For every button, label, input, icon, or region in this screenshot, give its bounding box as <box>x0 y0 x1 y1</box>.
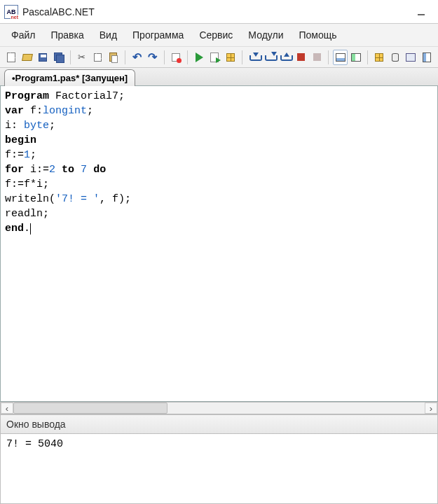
run-button[interactable] <box>192 50 206 65</box>
code-string: '7! = ' <box>55 193 100 205</box>
code-keyword: do <box>93 164 106 176</box>
form-designer-button[interactable] <box>404 50 418 65</box>
scroll-left-button[interactable]: ‹ <box>1 402 13 414</box>
layout-icon <box>423 52 431 62</box>
code-keyword: begin <box>5 134 36 146</box>
toolbox-icon <box>375 53 383 62</box>
window-layout-button[interactable] <box>420 50 434 65</box>
redo-icon: ↷ <box>148 52 157 63</box>
database-button[interactable] <box>388 50 402 65</box>
compile-button[interactable] <box>224 50 238 65</box>
undo-button[interactable]: ↶ <box>130 50 144 65</box>
toolbar-separator <box>125 50 125 64</box>
paste-icon <box>109 52 117 62</box>
output-panel-title: Окно вывода <box>0 414 438 434</box>
stop-button[interactable] <box>294 50 308 65</box>
step-over-button[interactable] <box>263 50 277 65</box>
run-file-icon <box>210 52 220 62</box>
code-text: . <box>24 223 30 234</box>
new-file-icon <box>7 52 15 62</box>
code-keyword: end <box>5 223 24 234</box>
code-text: , f); <box>100 193 131 205</box>
code-text: i: <box>5 120 24 132</box>
step-out-icon <box>280 52 290 62</box>
paste-button[interactable] <box>107 50 121 65</box>
menu-service[interactable]: Сервис <box>192 27 240 43</box>
code-text: readln; <box>5 208 49 220</box>
open-file-button[interactable] <box>20 50 34 65</box>
code-keyword: Program <box>5 90 49 102</box>
open-folder-icon <box>22 54 33 61</box>
scroll-right-button[interactable]: › <box>425 402 437 414</box>
editor-hscrollbar[interactable]: ‹ › <box>0 402 438 414</box>
editor-tabs: •Program1.pas* [Запущен] <box>0 68 438 86</box>
menu-view[interactable]: Вид <box>93 27 124 43</box>
copy-icon <box>94 53 102 62</box>
toolbar-separator <box>70 50 71 64</box>
window-controls <box>411 4 431 20</box>
toolbar-separator <box>328 50 329 64</box>
run-file-button[interactable] <box>208 50 222 65</box>
titlebar: AB PascalABC.NET <box>0 0 438 24</box>
save-all-icon <box>54 52 64 62</box>
code-keyword: to <box>62 164 74 176</box>
output-panel-toggle[interactable] <box>333 50 347 65</box>
output-panel[interactable]: 7! = 5040 <box>0 434 438 504</box>
toolbar-separator <box>164 50 165 64</box>
code-type: byte <box>24 120 49 132</box>
step-into-button[interactable] <box>247 50 261 65</box>
side-panel-toggle[interactable] <box>349 50 363 65</box>
code-keyword: for <box>5 164 24 176</box>
code-text: f:= <box>5 149 24 161</box>
code-keyword: var <box>5 105 24 117</box>
database-icon <box>392 53 399 62</box>
step-out-button[interactable] <box>278 50 292 65</box>
code-text <box>87 164 93 176</box>
menu-help[interactable]: Помощь <box>292 27 344 43</box>
scroll-track[interactable] <box>13 402 425 414</box>
code-text: f: <box>24 105 43 117</box>
copy-button[interactable] <box>90 50 104 65</box>
code-number: 1 <box>24 149 30 161</box>
code-number: 2 <box>49 164 55 176</box>
tab-program1[interactable]: •Program1.pas* [Запущен] <box>4 69 135 86</box>
output-panel-icon <box>336 53 345 62</box>
compile-icon <box>226 53 235 62</box>
undo-icon: ↶ <box>132 52 142 63</box>
app-icon: AB <box>4 5 18 19</box>
new-file-button[interactable] <box>4 50 18 65</box>
text-caret <box>30 223 31 234</box>
cut-icon: ✂ <box>78 52 85 62</box>
step-over-icon <box>265 52 275 62</box>
properties-icon <box>172 53 180 62</box>
scroll-thumb[interactable] <box>13 402 167 414</box>
save-all-button[interactable] <box>51 50 65 65</box>
code-text: f:=f*i; <box>5 178 49 190</box>
terminate-button[interactable] <box>310 50 324 65</box>
save-button[interactable] <box>36 50 50 65</box>
code-text: ; <box>49 120 55 132</box>
code-text: writeln( <box>5 193 55 205</box>
code-text: i:= <box>24 164 49 176</box>
cut-button[interactable]: ✂ <box>75 50 89 65</box>
properties-button[interactable] <box>169 50 183 65</box>
menu-modules[interactable]: Модули <box>241 27 290 43</box>
menu-file[interactable]: Файл <box>4 27 42 43</box>
toolbox-button[interactable] <box>372 50 386 65</box>
code-text <box>74 164 81 176</box>
code-text <box>55 164 62 176</box>
window-title: PascalABC.NET <box>22 6 411 18</box>
menu-program[interactable]: Программа <box>125 27 191 43</box>
step-into-icon <box>249 52 259 62</box>
toolbar-separator <box>242 50 242 64</box>
play-icon <box>196 52 203 62</box>
minimize-button[interactable] <box>411 4 431 20</box>
code-number: 7 <box>81 164 87 176</box>
form-icon <box>406 53 416 62</box>
code-editor[interactable]: Program Factorial7; var f:longint; i: by… <box>0 86 438 402</box>
redo-button[interactable]: ↷ <box>145 50 159 65</box>
toolbar: ✂ ↶ ↷ <box>0 47 438 68</box>
terminate-icon <box>313 53 321 61</box>
menu-edit[interactable]: Правка <box>43 27 90 43</box>
code-type: longint <box>43 105 87 117</box>
